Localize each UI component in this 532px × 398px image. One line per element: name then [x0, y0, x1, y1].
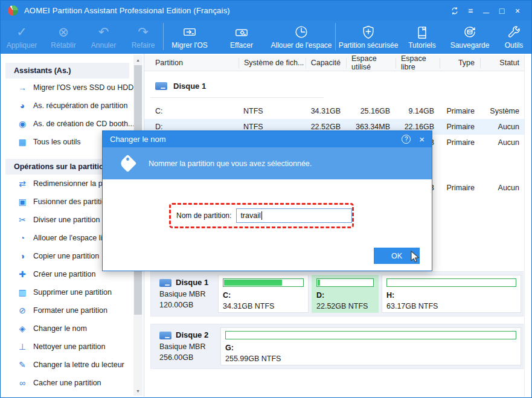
discard-button[interactable]: ⊗ Rétablir	[43, 21, 84, 54]
copy-partition-icon: ◑	[17, 251, 28, 261]
usage-bar	[316, 278, 374, 287]
window-controls: ≡ ─ □ ×	[447, 4, 531, 18]
allocate-space-button[interactable]: Allouer de l'espace	[268, 21, 335, 54]
dialog-titlebar: Changer le nom ? ×	[103, 131, 432, 147]
column-status[interactable]: Statut	[480, 58, 525, 68]
split-partition-icon: ✂	[17, 215, 28, 225]
allocate-free-space-icon: ◔	[17, 233, 28, 243]
help-icon[interactable]: ?	[402, 135, 411, 144]
create-partition-icon: ✚	[17, 269, 28, 279]
erase-disk-icon	[234, 22, 249, 41]
partition-recovery-icon: ◕	[17, 101, 28, 111]
all-tools-icon: ▦	[17, 137, 28, 147]
toolbar: ✓ Appliquer ⊗ Rétablir ↶ Annuler ↷ Refai…	[1, 21, 531, 54]
clock-pie-icon	[293, 22, 309, 41]
scroll-down-arrow-icon[interactable]: ▼	[133, 386, 143, 396]
partition-name-row: Nom de partition: travail	[176, 208, 352, 223]
column-free-space[interactable]: Espace libre	[396, 58, 440, 68]
sidebar-item-migrate-os[interactable]: →Migrer l'OS vers SSD ou HDD	[1, 79, 144, 97]
apply-button[interactable]: ✓ Appliquer	[1, 21, 43, 54]
rename-dialog: Changer le nom ? × Nommer la partition q…	[102, 130, 432, 271]
tag-icon	[119, 155, 137, 173]
column-partition[interactable]: Partition	[144, 58, 239, 68]
delete-partition-icon: ▥	[17, 287, 28, 297]
migrate-disk-icon: →	[17, 83, 28, 92]
shield-plus-icon	[361, 22, 376, 41]
titlebar: AOMEI Partition Assistant Professional E…	[1, 1, 531, 21]
backup-button[interactable]: Sauvegarde	[443, 21, 496, 54]
migrate-os-disk-icon	[182, 22, 197, 41]
dialog-title: Changer le nom	[110, 135, 166, 144]
partition-card-d-selected[interactable]: D: 22.52GB NTFS	[312, 275, 379, 313]
column-capacity[interactable]: Capacité	[306, 58, 346, 68]
book-icon	[414, 22, 430, 41]
column-used-space[interactable]: Espace utilisé	[346, 58, 396, 68]
column-filesystem[interactable]: Système de fich...	[239, 58, 306, 68]
disk-panel-2-label: Disque 2 Basique MBR 256.00GB	[151, 324, 219, 368]
bootable-cd-icon: ◉	[17, 119, 28, 129]
sidebar-item-hide-partition[interactable]: ∞Cacher une partition	[1, 374, 144, 392]
disk-size: 256.00GB	[159, 352, 219, 363]
erase-button[interactable]: Effacer	[216, 21, 268, 54]
secure-partition-button[interactable]: Partition sécurisée	[336, 21, 401, 54]
resize-partition-icon: ⇄	[17, 179, 28, 188]
text-caret	[261, 211, 262, 220]
sidebar-item-delete-partition[interactable]: ▥Supprimer une partition	[1, 283, 144, 301]
discard-circle-x-icon: ⊗	[58, 22, 69, 41]
wrench-icon	[506, 22, 522, 41]
disk-group-1[interactable]: Disque 1	[155, 82, 206, 91]
backup-sync-icon	[462, 22, 478, 41]
table-row-c[interactable]: C:NTFS34.31GB25.16GB9.14GBPrimaireSystèm…	[144, 103, 525, 119]
partition-card-g[interactable]: G: 255.99GB NTFS	[220, 327, 521, 365]
apply-check-icon: ✓	[16, 22, 27, 41]
partition-table-header: Partition Système de fich... Capacité Es…	[144, 55, 525, 71]
list-right-gutter	[524, 55, 532, 397]
merge-partitions-icon: ▣	[17, 197, 28, 207]
minimize-button[interactable]: ─	[478, 4, 494, 18]
disk-panel-1-label: Disque 1 Basique MBR 120.00GB	[151, 272, 216, 316]
dialog-message: Nommer la partition que vous avez sélect…	[149, 159, 312, 168]
sidebar-item-partition-recovery[interactable]: ◕As. récupération de partition	[1, 97, 144, 115]
window-title: AOMEI Partition Assistant Professional E…	[24, 6, 230, 15]
wipe-partition-icon: ⊥	[17, 342, 28, 351]
scroll-up-arrow-icon[interactable]: ▲	[133, 55, 143, 65]
partition-name-label: Nom de partition:	[176, 211, 231, 220]
hard-disk-icon	[155, 82, 167, 90]
maximize-button[interactable]: □	[494, 4, 510, 18]
hide-partition-icon: ∞	[17, 378, 28, 388]
group-divider	[150, 97, 324, 98]
column-type[interactable]: Type	[440, 58, 480, 68]
partition-card-h[interactable]: H: 63.17GB NTFS	[382, 275, 521, 313]
sidebar-section-assistants: Assistants (As.)	[5, 63, 129, 79]
tutorials-button[interactable]: Tutoriels	[401, 21, 443, 54]
undo-arrow-icon: ↶	[98, 22, 109, 41]
sidebar-item-rename[interactable]: ◈Changer le nom	[1, 319, 144, 338]
ok-button[interactable]: OK	[374, 248, 420, 264]
app-logo-icon	[8, 5, 18, 16]
close-button[interactable]: ×	[510, 4, 525, 18]
tools-button[interactable]: Outils	[496, 21, 531, 54]
redo-button[interactable]: ↷ Refaire	[123, 21, 163, 54]
undo-button[interactable]: ↶ Annuler	[84, 21, 123, 54]
menu-icon[interactable]: ≡	[463, 4, 478, 18]
disk-type: Basique MBR	[159, 341, 219, 352]
disk-type: Basique MBR	[159, 289, 216, 300]
partition-card-c[interactable]: C: 34.31GB NTFS	[218, 275, 309, 313]
hard-disk-icon	[159, 332, 171, 339]
sidebar-item-wipe-partition[interactable]: ⊥Nettoyer une partition	[1, 338, 144, 356]
refresh-icon[interactable]	[447, 4, 463, 18]
format-partition-icon: ⊘	[17, 306, 28, 315]
sidebar-item-change-letter[interactable]: ✎Changer la lettre du lecteur	[1, 356, 144, 374]
rename-tag-icon: ◈	[17, 324, 28, 333]
disk-size: 120.00GB	[159, 300, 216, 310]
disk-panel-1: Disque 1 Basique MBR 120.00GB C: 34.31GB…	[150, 271, 524, 316]
usage-bar	[223, 278, 304, 287]
dialog-close-icon[interactable]: ×	[419, 134, 425, 144]
change-letter-icon: ✎	[17, 360, 28, 370]
redo-arrow-icon: ↷	[138, 22, 149, 41]
partition-name-input[interactable]: travail	[236, 208, 352, 223]
hard-disk-icon	[159, 279, 171, 287]
migrate-os-button[interactable]: Migrer l'OS	[164, 21, 216, 54]
dialog-description-band: Nommer la partition que vous avez sélect…	[103, 147, 432, 179]
sidebar-item-format-partition[interactable]: ⊘Formater une partition	[1, 301, 144, 319]
